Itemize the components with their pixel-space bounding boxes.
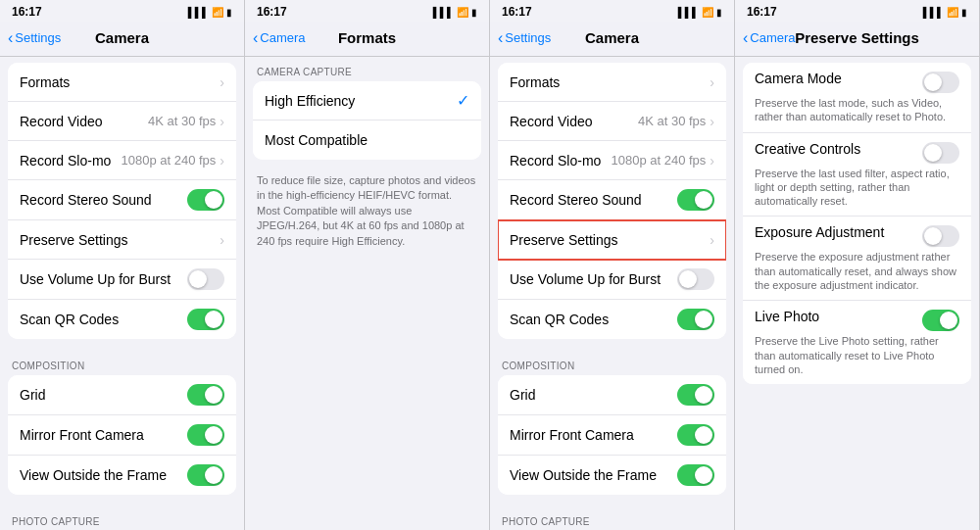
nav-title-4: Preserve Settings [795,29,919,46]
preserve-creative-desc: Preserve the last used filter, aspect ra… [755,167,959,209]
row-outside-3: View Outside the Frame [498,456,726,495]
checkmark-high-eff: ✓ [457,91,469,110]
nav-bar-1: ‹ Settings Camera [0,22,244,57]
preserve-camera-mode-label: Camera Mode [755,71,914,86]
preserve-camera-mode: Camera Mode Preserve the last mode, such… [743,63,971,133]
toggle-exposure[interactable] [922,225,959,247]
toggle-scanqr-3[interactable] [677,309,714,330]
back-label-4: Camera [750,30,795,45]
back-button-1[interactable]: ‹ Settings [8,29,61,47]
row-label-mirror-3: Mirror Front Camera [510,427,677,443]
screen-formats: 16:17 ▌▌▌ 📶 ▮ ‹ Camera Formats CAMERA CA… [245,0,490,530]
row-record-video-3[interactable]: Record Video 4K at 30 fps › [498,102,726,141]
toggle-thumb-grid-1 [205,386,222,404]
toggle-grid-3[interactable] [677,384,714,406]
screen-preserve-settings: 16:17 ▌▌▌ 📶 ▮ ‹ Camera Preserve Settings… [735,0,980,530]
back-button-2[interactable]: ‹ Camera [253,29,306,47]
toggle-scanqr-1[interactable] [187,309,224,330]
row-label-mirror-1: Mirror Front Camera [20,427,187,443]
toggle-grid-1[interactable] [187,384,224,406]
row-stereo-3: Record Stereo Sound [498,180,726,220]
settings-group-preserve: Camera Mode Preserve the last mode, such… [743,63,971,384]
row-value-rv-1: 4K at 30 fps [148,114,216,128]
section-header-photo-3: PHOTO CAPTURE [490,503,734,530]
toggle-creative-controls[interactable] [922,142,959,164]
battery-icon-2: ▮ [471,7,477,18]
back-label-3: Settings [505,30,551,45]
back-label-1: Settings [15,30,61,45]
row-volume-3: Use Volume Up for Burst [498,260,726,300]
row-outside-1: View Outside the Frame [8,456,236,495]
settings-group-composition-1: Grid Mirror Front Camera View Outside th… [8,375,236,495]
back-button-4[interactable]: ‹ Camera [743,29,796,47]
preserve-live-photo: Live Photo Preserve the Live Photo setti… [743,301,971,384]
settings-group-formats: High Efficiency ✓ Most Compatible [253,81,481,160]
battery-icon-3: ▮ [716,7,722,18]
row-label-stereo-1: Record Stereo Sound [20,192,187,208]
row-label-rv-3: Record Video [510,114,638,129]
back-button-3[interactable]: ‹ Settings [498,29,551,47]
status-icons-3: ▌▌▌ 📶 ▮ [678,7,722,18]
row-slo-mo-3[interactable]: Record Slo-mo 1080p at 240 fps › [498,141,726,180]
battery-icon: ▮ [226,7,232,18]
status-time-2: 16:17 [257,5,287,19]
toggle-live-photo[interactable] [922,310,959,331]
row-label-scanqr-3: Scan QR Codes [510,312,677,327]
row-mirror-3: Mirror Front Camera [498,415,726,456]
row-formats-3[interactable]: Formats › [498,63,726,102]
row-label-outside-3: View Outside the Frame [510,467,677,483]
toggle-thumb-exposure [924,227,942,245]
screen-camera-3: 16:17 ▌▌▌ 📶 ▮ ‹ Settings Camera Formats … [490,0,735,530]
row-value-slomo-1: 1080p at 240 fps [121,153,216,168]
row-label-stereo-3: Record Stereo Sound [510,192,677,208]
section-header-composition-3: COMPOSITION [490,347,734,375]
back-chevron-2: ‹ [253,29,258,47]
toggle-thumb-outside-3 [695,466,712,484]
row-label-scanqr-1: Scan QR Codes [20,312,187,327]
toggle-outside-3[interactable] [677,464,714,486]
toggle-mirror-1[interactable] [187,424,224,446]
content-1: Formats › Record Video 4K at 30 fps › Re… [0,57,244,530]
nav-bar-3: ‹ Settings Camera [490,22,734,57]
row-preserve-3[interactable]: Preserve Settings › [498,220,726,260]
status-bar-2: 16:17 ▌▌▌ 📶 ▮ [245,0,489,22]
battery-icon-4: ▮ [961,7,967,18]
signal-icon-3: ▌▌▌ [678,7,699,18]
settings-group-main-3: Formats › Record Video 4K at 30 fps › Re… [498,63,726,339]
signal-icon-4: ▌▌▌ [923,7,944,18]
toggle-thumb-stereo-1 [205,191,222,209]
row-label-slomo-1: Record Slo-mo [20,153,121,169]
toggle-thumb-stereo-3 [695,191,712,209]
row-slo-mo-1[interactable]: Record Slo-mo 1080p at 240 fps › [8,141,236,180]
row-most-compatible[interactable]: Most Compatible [253,120,481,160]
toggle-volume-1[interactable] [187,268,224,290]
nav-title-2: Formats [338,29,396,46]
row-formats-1[interactable]: Formats › [8,63,236,102]
preserve-live-photo-desc: Preserve the Live Photo setting, rather … [755,334,959,376]
row-label-formats-1: Formats [20,74,220,90]
toggle-camera-mode[interactable] [922,72,959,93]
row-high-efficiency[interactable]: High Efficiency ✓ [253,81,481,120]
preserve-exposure: Exposure Adjustment Preserve the exposur… [743,217,971,301]
row-record-video-1[interactable]: Record Video 4K at 30 fps › [8,102,236,141]
toggle-thumb-scanqr-3 [695,311,712,328]
row-mirror-1: Mirror Front Camera [8,415,236,456]
toggle-stereo-1[interactable] [187,189,224,211]
status-bar-3: 16:17 ▌▌▌ 📶 ▮ [490,0,734,22]
chevron-preserve-3: › [710,232,714,248]
row-value-slomo-3: 1080p at 240 fps [611,153,706,168]
wifi-icon-3: 📶 [702,7,713,18]
row-scanqr-3: Scan QR Codes [498,300,726,339]
back-label-2: Camera [260,30,305,45]
row-preserve-1[interactable]: Preserve Settings › [8,220,236,260]
toggle-mirror-3[interactable] [677,424,714,446]
toggle-thumb-grid-3 [695,386,712,404]
chevron-slomo-3: › [710,153,714,169]
row-label-formats-3: Formats [510,74,710,90]
toggle-volume-3[interactable] [677,268,714,290]
row-label-volume-3: Use Volume Up for Burst [510,271,677,287]
row-label-preserve-3: Preserve Settings [510,232,710,248]
nav-title-3: Camera [585,29,639,46]
toggle-outside-1[interactable] [187,464,224,486]
toggle-stereo-3[interactable] [677,189,714,211]
